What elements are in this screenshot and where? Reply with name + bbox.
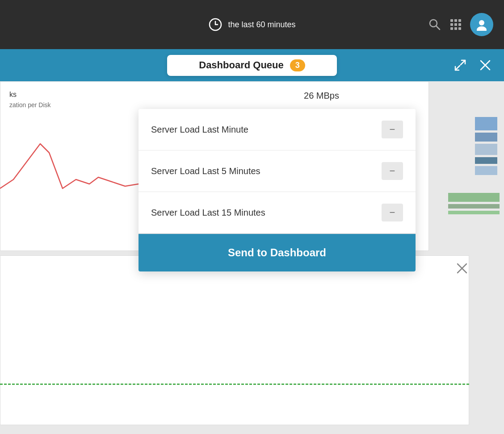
svg-rect-18 [448,211,500,214]
stat-value: 26 MBps [304,91,339,101]
bottom-chart-panel: rrupts [0,255,469,425]
dashboard-queue-dropdown: Server Load Last Minute − Server Load La… [139,109,416,271]
queue-item-3: Server Load Last 15 Minutes − [139,192,416,234]
dashboard-queue-title: Dashboard Queue [199,59,283,71]
svg-line-4 [436,26,440,29]
svg-rect-11 [475,117,497,130]
svg-point-6 [477,26,487,31]
main-content-area: ks zation per Disk 26 MBps rrupts Server… [0,81,504,434]
queue-item-1: Server Load Last Minute − [139,109,416,150]
queue-item-2-label: Server Load Last 5 Minutes [151,166,260,176]
remove-item-3-button[interactable]: − [382,204,403,221]
user-avatar-icon [475,18,488,31]
time-label: the last 60 minutes [228,20,295,29]
top-bar-actions [428,13,493,36]
dashed-threshold-line [0,384,469,385]
close-panel-button[interactable] [477,57,493,73]
svg-line-8 [455,66,460,70]
dashboard-queue-pill: Dashboard Queue 3 [167,55,337,76]
svg-rect-12 [475,133,497,142]
svg-rect-13 [475,144,497,155]
apps-grid-icon[interactable] [450,19,461,30]
bottom-panel-close-button[interactable] [456,262,468,277]
svg-rect-14 [475,157,497,164]
search-icon[interactable] [428,18,441,31]
expand-button[interactable] [452,57,468,73]
blocks-chart [448,117,502,233]
sub-bar: Dashboard Queue 3 [0,49,504,81]
clock-icon [208,17,223,32]
svg-point-5 [479,20,484,25]
remove-item-2-button[interactable]: − [382,162,403,180]
svg-rect-15 [475,166,497,175]
queue-item-2: Server Load Last 5 Minutes − [139,150,416,192]
svg-rect-17 [448,204,500,209]
queue-item-3-label: Server Load Last 15 Minutes [151,208,265,218]
top-navigation-bar: the last 60 minutes [0,0,504,49]
queue-item-1-label: Server Load Last Minute [151,125,248,135]
panel-subtitle: zation per Disk [9,101,51,108]
svg-rect-16 [448,193,500,202]
panel-title-suffix: ks [9,91,17,99]
queue-count-badge: 3 [290,59,305,71]
remove-item-1-button[interactable]: − [382,121,403,138]
user-avatar[interactable] [470,13,493,36]
svg-line-7 [461,60,465,65]
sub-bar-actions [452,57,493,73]
time-filter-area: the last 60 minutes [208,17,295,32]
send-to-dashboard-button[interactable]: Send to Dashboard [139,234,416,271]
